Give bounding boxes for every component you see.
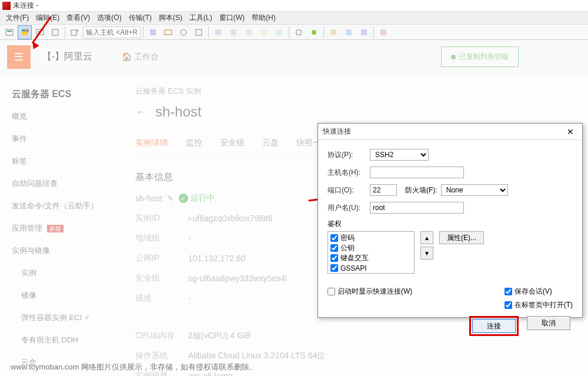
tb-separator-6 xyxy=(373,26,374,38)
sidebar-item: 自助问题排查 xyxy=(0,172,118,195)
sidebar-item: 标签 xyxy=(0,150,118,172)
menu-edit[interactable]: 编辑(E) xyxy=(32,12,63,24)
tb-btn-16[interactable] xyxy=(307,25,321,39)
menu-tools[interactable]: 工具(L) xyxy=(186,12,216,24)
dialog-titlebar: 快速连接 ✕ xyxy=(318,124,582,140)
menu-transfer[interactable]: 传输(T) xyxy=(125,12,155,24)
sidebar: 云服务器 ECS 概览 事件 标签 自助问题排查 发送命令/文件（云助手） 应用… xyxy=(0,74,118,376)
breadcrumb: 云服务器 ECS 实例 xyxy=(135,86,570,97)
tb-btn-11[interactable] xyxy=(226,25,240,39)
app-icon xyxy=(2,2,11,10)
auth-check-password[interactable] xyxy=(330,234,338,242)
menu-help[interactable]: 帮助(H) xyxy=(248,12,279,24)
sidebar-subitem: 实例 xyxy=(0,262,118,284)
port-label: 端口(O): xyxy=(328,185,370,195)
svg-rect-17 xyxy=(330,29,336,35)
sidebar-header: 云服务器 ECS xyxy=(0,84,118,105)
dialog-title: 快速连接 xyxy=(323,127,563,137)
auth-check-keyboard[interactable] xyxy=(330,254,338,262)
logo: 【-】阿里云 xyxy=(42,51,92,63)
tb-btn-14[interactable] xyxy=(272,25,286,39)
auth-label: 鉴权 xyxy=(328,219,573,229)
auth-methods-list[interactable]: 密码 公钥 键盘交互 GSSAPI xyxy=(328,231,415,274)
host-input[interactable] xyxy=(83,26,141,38)
tb-btn-12[interactable] xyxy=(242,25,256,39)
tb-separator-4 xyxy=(289,26,289,38)
tb-btn-3[interactable] xyxy=(33,25,47,39)
tb-btn-18[interactable] xyxy=(342,25,356,39)
tb-btn-4[interactable] xyxy=(48,25,62,39)
firewall-select[interactable]: None xyxy=(441,184,508,196)
toolbar xyxy=(0,25,588,40)
firewall-label: 防火墙(F): xyxy=(405,185,437,195)
cancel-button[interactable]: 取消 xyxy=(527,316,570,330)
tb-btn-5[interactable] xyxy=(68,25,82,39)
menu-view[interactable]: 查看(V) xyxy=(63,12,93,24)
svg-rect-19 xyxy=(361,29,367,35)
tb-btn-13[interactable] xyxy=(257,25,271,39)
move-up-button[interactable]: ▲ xyxy=(420,231,433,244)
tb-quick-connect-button[interactable] xyxy=(18,25,32,39)
move-down-button[interactable]: ▼ xyxy=(420,247,433,259)
quick-connect-dialog: 快速连接 ✕ 协议(P): SSH2 主机名(H): 端口(O): 防火墙(F)… xyxy=(318,123,583,318)
svg-rect-3 xyxy=(36,29,44,35)
svg-rect-5 xyxy=(52,29,58,35)
svg-rect-11 xyxy=(215,29,221,35)
watermark-text: www.toymoban.com 网络图片仅供展示，非存储，如有侵权请联系删除。 xyxy=(11,362,257,372)
sidebar-item: 发送命令/文件（云助手） xyxy=(0,195,118,217)
svg-rect-7 xyxy=(150,29,156,35)
svg-rect-18 xyxy=(346,29,352,35)
svg-rect-1 xyxy=(7,31,12,32)
host-field[interactable] xyxy=(370,167,464,178)
connect-highlight-box: 连接 xyxy=(469,316,519,336)
protocol-select[interactable]: SSH2 xyxy=(370,149,429,161)
svg-rect-0 xyxy=(6,29,13,35)
hamburger-icon: ☰ xyxy=(7,45,31,69)
svg-rect-12 xyxy=(230,29,236,35)
sidebar-item: 应用管理 新版 xyxy=(0,217,118,239)
tb-btn-17[interactable] xyxy=(326,25,340,39)
tb-btn-19[interactable] xyxy=(357,25,371,39)
tb-btn-6[interactable] xyxy=(146,25,160,39)
user-field[interactable] xyxy=(370,202,464,214)
tb-btn-8[interactable] xyxy=(176,25,191,39)
menu-window[interactable]: 窗口(W) xyxy=(216,12,248,24)
tb-btn-15[interactable] xyxy=(292,25,306,39)
user-label: 用户名(U): xyxy=(328,203,370,213)
menu-file[interactable]: 文件(F) xyxy=(2,12,32,24)
sidebar-item: 事件 xyxy=(0,128,118,150)
tb-btn-9[interactable] xyxy=(192,25,206,39)
tab: 监控 xyxy=(186,138,202,148)
sidebar-subitem: 弹性容器实例 ECI ♂ xyxy=(0,307,118,329)
svg-point-9 xyxy=(181,29,186,35)
svg-rect-13 xyxy=(246,29,252,35)
svg-rect-20 xyxy=(380,29,386,35)
show-on-start-checkbox[interactable] xyxy=(328,288,335,295)
svg-rect-10 xyxy=(196,29,202,35)
port-field[interactable] xyxy=(370,184,397,196)
tb-btn-7[interactable] xyxy=(161,25,175,39)
svg-rect-15 xyxy=(276,29,282,35)
tab: 安全组 xyxy=(220,138,245,148)
close-icon[interactable]: ✕ xyxy=(563,126,577,138)
back-arrow-icon: ← xyxy=(135,104,148,119)
menu-script[interactable]: 脚本(S) xyxy=(155,12,186,24)
tb-btn-20[interactable] xyxy=(376,25,390,39)
save-session-checkbox[interactable] xyxy=(505,288,512,295)
connect-button[interactable]: 连接 xyxy=(472,319,516,333)
properties-button[interactable]: 属性(E)... xyxy=(439,231,484,244)
auth-check-publickey[interactable] xyxy=(330,244,338,252)
open-in-tab-checkbox[interactable] xyxy=(505,301,512,309)
svg-rect-14 xyxy=(261,29,267,35)
protocol-label: 协议(P): xyxy=(328,150,370,160)
tb-btn-1[interactable] xyxy=(2,25,16,39)
svg-rect-8 xyxy=(165,30,172,35)
tb-btn-10[interactable] xyxy=(211,25,225,39)
menubar: 文件(F) 编辑(E) 查看(V) 选项(O) 传输(T) 脚本(S) 工具(L… xyxy=(0,12,588,25)
tab: 云盘 xyxy=(262,138,279,148)
svg-rect-6 xyxy=(71,30,76,35)
menu-options[interactable]: 选项(O) xyxy=(93,12,125,24)
svg-point-16 xyxy=(312,30,316,35)
tb-separator xyxy=(65,26,65,38)
auth-check-gssapi[interactable] xyxy=(330,264,338,272)
